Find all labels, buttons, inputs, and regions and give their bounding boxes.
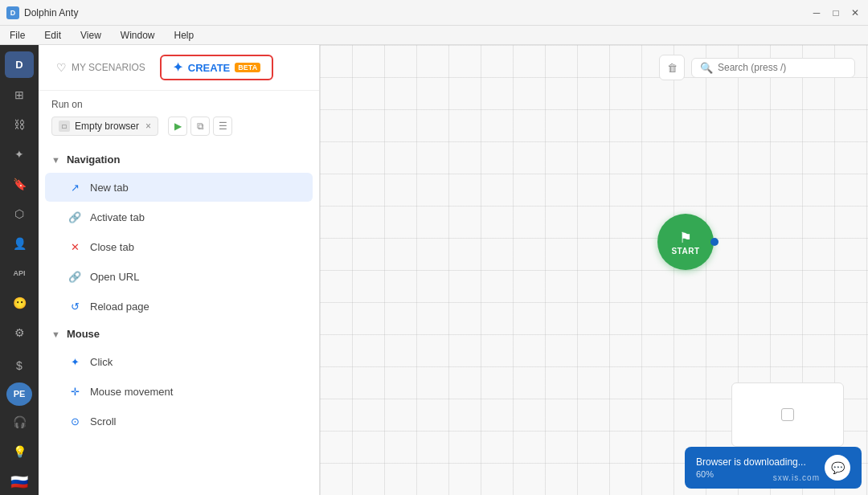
profile-copy-btn[interactable]: ⧉: [190, 117, 210, 136]
close-tab-icon: ✕: [68, 239, 82, 254]
open-url-label: Open URL: [90, 271, 139, 283]
create-button[interactable]: ✦ CREATE beta: [160, 55, 273, 80]
title-bar-left: D Dolphin Anty: [6, 6, 78, 19]
sidebar-item-gear[interactable]: ⚙: [5, 319, 34, 346]
profile-close-btn[interactable]: ×: [145, 121, 151, 132]
canvas-toolbar: 🗑 🔍: [659, 55, 855, 80]
profile-list-btn[interactable]: ☰: [213, 117, 232, 136]
mouse-section-title: Mouse: [67, 328, 100, 340]
profile-play-btn[interactable]: ▶: [168, 117, 187, 136]
open-url-icon: 🔗: [68, 269, 82, 284]
main-layout: D ⊞ ⛓ ✦ 🔖 ⬡ 👤 API 😶 ⚙ $ PE 🎧 💡 🇷🇺 ♡ MY S…: [0, 45, 868, 495]
nav-item-scroll[interactable]: ⊙ Scroll: [45, 407, 313, 436]
menu-file[interactable]: File: [6, 28, 28, 43]
canvas-area[interactable]: 🗑 🔍 ⚑ START Browser is downloading... 60…: [320, 45, 868, 495]
menu-bar: File Edit View Window Help: [0, 26, 868, 45]
download-info: Browser is downloading... 60%: [696, 456, 817, 479]
start-flag-icon: ⚑: [679, 229, 692, 247]
left-panel: ♡ MY SCENARIOS ✦ CREATE beta Run on □ Em…: [39, 45, 320, 495]
sidebar-item-lightbulb[interactable]: 💡: [5, 439, 34, 465]
navigation-section-header[interactable]: ▼ Navigation: [39, 147, 319, 172]
nav-item-open-url[interactable]: 🔗 Open URL: [45, 262, 313, 291]
my-scenarios-label: MY SCENARIOS: [72, 62, 145, 73]
download-notification: Browser is downloading... 60% 💬: [685, 447, 862, 489]
window-controls: ─ □ ✕: [810, 6, 862, 19]
profile-name: Empty browser: [75, 121, 139, 132]
start-label: START: [671, 247, 699, 256]
click-label: Click: [90, 356, 113, 368]
create-label: CREATE: [188, 62, 230, 74]
activate-tab-label: Activate tab: [90, 211, 145, 223]
menu-view[interactable]: View: [77, 28, 104, 43]
sidebar-item-avatar[interactable]: PE: [6, 382, 32, 406]
sidebar-item-person[interactable]: 👤: [5, 230, 34, 256]
search-input[interactable]: [718, 62, 846, 73]
my-scenarios-button[interactable]: ♡ MY SCENARIOS: [51, 58, 150, 77]
sidebar-item-face[interactable]: 😶: [5, 289, 34, 316]
navigation-section-title: Navigation: [67, 153, 120, 166]
mouse-section-header[interactable]: ▼ Mouse: [39, 321, 319, 346]
reload-page-label: Reload page: [90, 301, 149, 313]
start-node-connector: [710, 238, 719, 246]
start-node[interactable]: ⚑ START: [657, 214, 714, 270]
canvas-checkbox[interactable]: [781, 408, 794, 421]
chat-button[interactable]: 💬: [825, 455, 850, 481]
create-star-icon: ✦: [173, 60, 183, 75]
sidebar-item-bookmark[interactable]: 🔖: [5, 170, 34, 197]
reload-page-icon: ↺: [68, 299, 82, 313]
menu-help[interactable]: Help: [171, 28, 198, 43]
mouse-movement-label: Mouse movement: [90, 386, 173, 398]
scroll-icon: ⊙: [68, 414, 82, 428]
profile-tag-icon: □: [59, 121, 70, 132]
sidebar-item-link[interactable]: ⛓: [5, 111, 34, 137]
search-icon: 🔍: [700, 62, 713, 74]
beta-badge: beta: [235, 63, 260, 72]
sidebar-item-star[interactable]: ✦: [5, 141, 34, 167]
nav-item-click[interactable]: ✦ Click: [45, 347, 313, 376]
menu-edit[interactable]: Edit: [41, 28, 64, 43]
icon-sidebar: D ⊞ ⛓ ✦ 🔖 ⬡ 👤 API 😶 ⚙ $ PE 🎧 💡 🇷🇺: [0, 45, 39, 495]
nav-item-reload-page[interactable]: ↺ Reload page: [45, 292, 313, 321]
nav-item-mouse-movement[interactable]: ✛ Mouse movement: [45, 377, 313, 406]
new-tab-label: New tab: [90, 182, 129, 194]
profile-tag: □ Empty browser ×: [51, 117, 158, 136]
scroll-label: Scroll: [90, 415, 117, 428]
sidebar-item-api[interactable]: API: [5, 260, 34, 286]
nav-item-activate-tab[interactable]: 🔗 Activate tab: [45, 202, 313, 231]
run-on-section: Run on □ Empty browser × ▶ ⧉ ☰: [39, 91, 319, 141]
canvas-mini-panel: [731, 382, 844, 447]
sidebar-item-puzzle[interactable]: ⬡: [5, 200, 34, 227]
trash-button[interactable]: 🗑: [659, 55, 685, 80]
nav-item-new-tab[interactable]: ↗ New tab: [45, 173, 313, 202]
search-bar: 🔍: [691, 58, 855, 78]
panel-scroll[interactable]: ▼ Navigation ↗ New tab 🔗 Activate tab ✕ …: [39, 141, 319, 495]
new-tab-icon: ↗: [68, 180, 82, 194]
app-title: Dolphin Anty: [24, 7, 78, 18]
sidebar-item-headphone[interactable]: 🎧: [5, 409, 34, 436]
heart-icon: ♡: [56, 61, 67, 74]
maximize-button[interactable]: □: [829, 6, 842, 19]
close-tab-label: Close tab: [90, 241, 134, 253]
app-logo: D: [6, 6, 19, 19]
sidebar-item-grid[interactable]: ⊞: [5, 81, 34, 108]
profile-actions: ▶ ⧉ ☰: [168, 117, 232, 136]
menu-window[interactable]: Window: [117, 28, 158, 43]
navigation-chevron-icon: ▼: [51, 155, 60, 165]
minimize-button[interactable]: ─: [810, 6, 823, 19]
mouse-movement-icon: ✛: [68, 384, 82, 399]
sidebar-item-flag[interactable]: 🇷🇺: [5, 468, 34, 495]
mouse-chevron-icon: ▼: [51, 329, 60, 339]
activate-tab-icon: 🔗: [68, 210, 82, 224]
nav-item-close-tab[interactable]: ✕ Close tab: [45, 232, 313, 261]
download-text: Browser is downloading...: [696, 456, 817, 468]
title-bar: D Dolphin Anty ─ □ ✕: [0, 0, 868, 26]
run-on-label: Run on: [51, 99, 306, 110]
click-icon: ✦: [68, 354, 82, 369]
download-progress: 60%: [696, 469, 817, 479]
close-button[interactable]: ✕: [849, 6, 862, 19]
sidebar-item-logo[interactable]: D: [5, 51, 34, 78]
panel-header: ♡ MY SCENARIOS ✦ CREATE beta: [39, 45, 319, 91]
sidebar-item-coin[interactable]: $: [5, 352, 34, 378]
